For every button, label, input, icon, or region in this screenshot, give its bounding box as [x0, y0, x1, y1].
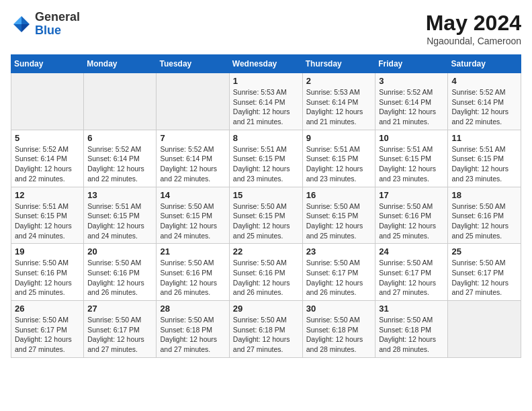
calendar-cell: 11Sunrise: 5:51 AM Sunset: 6:15 PM Dayli…	[448, 130, 521, 187]
calendar-cell: 12Sunrise: 5:51 AM Sunset: 6:15 PM Dayli…	[11, 187, 84, 244]
day-info: Sunrise: 5:50 AM Sunset: 6:15 PM Dayligh…	[233, 201, 299, 241]
logo-text: General Blue	[35, 11, 80, 38]
calendar-cell: 4Sunrise: 5:52 AM Sunset: 6:14 PM Daylig…	[448, 73, 521, 130]
day-number: 11	[451, 133, 517, 143]
calendar-cell: 10Sunrise: 5:51 AM Sunset: 6:15 PM Dayli…	[375, 130, 448, 187]
day-info: Sunrise: 5:51 AM Sunset: 6:15 PM Dayligh…	[233, 144, 299, 184]
calendar-cell: 1Sunrise: 5:53 AM Sunset: 6:14 PM Daylig…	[229, 73, 302, 130]
day-info: Sunrise: 5:52 AM Sunset: 6:14 PM Dayligh…	[451, 87, 517, 127]
svg-marker-2	[13, 24, 21, 32]
month-year-title: May 2024	[426, 11, 521, 36]
day-number: 22	[233, 246, 299, 257]
calendar-cell: 14Sunrise: 5:50 AM Sunset: 6:15 PM Dayli…	[157, 187, 229, 244]
calendar-cell: 18Sunrise: 5:50 AM Sunset: 6:16 PM Dayli…	[448, 187, 521, 244]
calendar-cell: 9Sunrise: 5:51 AM Sunset: 6:15 PM Daylig…	[302, 130, 375, 187]
day-info: Sunrise: 5:50 AM Sunset: 6:18 PM Dayligh…	[160, 315, 225, 355]
day-info: Sunrise: 5:53 AM Sunset: 6:14 PM Dayligh…	[233, 87, 299, 127]
day-info: Sunrise: 5:50 AM Sunset: 6:16 PM Dayligh…	[233, 258, 299, 298]
day-info: Sunrise: 5:51 AM Sunset: 6:15 PM Dayligh…	[306, 144, 372, 184]
day-number: 5	[15, 133, 80, 143]
calendar-cell: 19Sunrise: 5:50 AM Sunset: 6:16 PM Dayli…	[11, 244, 84, 301]
day-number: 24	[379, 246, 444, 257]
day-info: Sunrise: 5:50 AM Sunset: 6:18 PM Dayligh…	[233, 315, 299, 355]
day-number: 13	[87, 190, 152, 200]
day-number: 16	[306, 190, 372, 200]
calendar-cell: 7Sunrise: 5:52 AM Sunset: 6:14 PM Daylig…	[157, 130, 229, 187]
day-info: Sunrise: 5:50 AM Sunset: 6:18 PM Dayligh…	[379, 315, 444, 355]
weekday-friday: Friday	[375, 55, 448, 73]
calendar-cell: 20Sunrise: 5:50 AM Sunset: 6:16 PM Dayli…	[84, 244, 157, 301]
day-number: 7	[160, 133, 225, 143]
day-info: Sunrise: 5:50 AM Sunset: 6:17 PM Dayligh…	[379, 258, 444, 298]
page-header: General Blue May 2024 Ngaoundal, Cameroo…	[11, 11, 521, 46]
calendar-cell: 31Sunrise: 5:50 AM Sunset: 6:18 PM Dayli…	[375, 301, 448, 358]
calendar-cell: 25Sunrise: 5:50 AM Sunset: 6:17 PM Dayli…	[448, 244, 521, 301]
day-info: Sunrise: 5:51 AM Sunset: 6:15 PM Dayligh…	[451, 144, 517, 184]
svg-marker-0	[21, 16, 30, 24]
day-info: Sunrise: 5:50 AM Sunset: 6:17 PM Dayligh…	[306, 258, 372, 298]
day-info: Sunrise: 5:50 AM Sunset: 6:17 PM Dayligh…	[15, 315, 80, 355]
day-info: Sunrise: 5:53 AM Sunset: 6:14 PM Dayligh…	[306, 87, 372, 127]
day-info: Sunrise: 5:50 AM Sunset: 6:16 PM Dayligh…	[15, 258, 80, 298]
day-number: 6	[87, 133, 152, 143]
weekday-thursday: Thursday	[302, 55, 375, 73]
day-number: 28	[160, 304, 225, 314]
day-info: Sunrise: 5:50 AM Sunset: 6:15 PM Dayligh…	[160, 201, 225, 241]
day-info: Sunrise: 5:50 AM Sunset: 6:15 PM Dayligh…	[306, 201, 372, 241]
day-info: Sunrise: 5:52 AM Sunset: 6:14 PM Dayligh…	[379, 87, 444, 127]
svg-marker-3	[21, 24, 30, 32]
day-number: 31	[379, 304, 444, 314]
day-info: Sunrise: 5:52 AM Sunset: 6:14 PM Dayligh…	[160, 144, 225, 184]
calendar-cell: 27Sunrise: 5:50 AM Sunset: 6:17 PM Dayli…	[84, 301, 157, 358]
day-info: Sunrise: 5:50 AM Sunset: 6:16 PM Dayligh…	[379, 201, 444, 241]
calendar-cell: 29Sunrise: 5:50 AM Sunset: 6:18 PM Dayli…	[229, 301, 302, 358]
day-info: Sunrise: 5:52 AM Sunset: 6:14 PM Dayligh…	[15, 144, 80, 184]
location-label: Ngaoundal, Cameroon	[426, 36, 521, 46]
calendar-cell: 30Sunrise: 5:50 AM Sunset: 6:18 PM Dayli…	[302, 301, 375, 358]
calendar-week-4: 19Sunrise: 5:50 AM Sunset: 6:16 PM Dayli…	[11, 244, 521, 301]
day-info: Sunrise: 5:50 AM Sunset: 6:17 PM Dayligh…	[87, 315, 152, 355]
day-number: 3	[379, 76, 444, 86]
day-number: 26	[15, 304, 80, 314]
title-block: May 2024 Ngaoundal, Cameroon	[426, 11, 521, 46]
day-number: 18	[451, 190, 517, 200]
day-number: 23	[306, 246, 372, 257]
calendar-cell	[84, 73, 157, 130]
calendar-cell: 16Sunrise: 5:50 AM Sunset: 6:15 PM Dayli…	[302, 187, 375, 244]
calendar-cell: 28Sunrise: 5:50 AM Sunset: 6:18 PM Dayli…	[157, 301, 229, 358]
day-info: Sunrise: 5:50 AM Sunset: 6:16 PM Dayligh…	[160, 258, 225, 298]
weekday-tuesday: Tuesday	[157, 55, 229, 73]
calendar-cell	[448, 301, 521, 358]
calendar-week-2: 5Sunrise: 5:52 AM Sunset: 6:14 PM Daylig…	[11, 130, 521, 187]
day-info: Sunrise: 5:51 AM Sunset: 6:15 PM Dayligh…	[87, 201, 152, 241]
day-number: 2	[306, 76, 372, 86]
weekday-sunday: Sunday	[11, 55, 84, 73]
calendar-cell: 21Sunrise: 5:50 AM Sunset: 6:16 PM Dayli…	[157, 244, 229, 301]
day-number: 8	[233, 133, 299, 143]
day-info: Sunrise: 5:51 AM Sunset: 6:15 PM Dayligh…	[15, 201, 80, 241]
day-number: 14	[160, 190, 225, 200]
day-info: Sunrise: 5:50 AM Sunset: 6:18 PM Dayligh…	[306, 315, 372, 355]
logo-icon	[11, 13, 32, 35]
day-number: 29	[233, 304, 299, 314]
day-number: 27	[87, 304, 152, 314]
weekday-saturday: Saturday	[448, 55, 521, 73]
day-number: 25	[451, 246, 517, 257]
day-number: 19	[15, 246, 80, 257]
calendar-cell: 22Sunrise: 5:50 AM Sunset: 6:16 PM Dayli…	[229, 244, 302, 301]
day-number: 10	[379, 133, 444, 143]
calendar-cell: 13Sunrise: 5:51 AM Sunset: 6:15 PM Dayli…	[84, 187, 157, 244]
day-number: 17	[379, 190, 444, 200]
weekday-monday: Monday	[84, 55, 157, 73]
calendar-cell	[157, 73, 229, 130]
calendar-cell: 2Sunrise: 5:53 AM Sunset: 6:14 PM Daylig…	[302, 73, 375, 130]
calendar-table: SundayMondayTuesdayWednesdayThursdayFrid…	[11, 54, 521, 358]
day-info: Sunrise: 5:50 AM Sunset: 6:16 PM Dayligh…	[87, 258, 152, 298]
day-info: Sunrise: 5:52 AM Sunset: 6:14 PM Dayligh…	[87, 144, 152, 184]
calendar-week-1: 1Sunrise: 5:53 AM Sunset: 6:14 PM Daylig…	[11, 73, 521, 130]
calendar-cell: 3Sunrise: 5:52 AM Sunset: 6:14 PM Daylig…	[375, 73, 448, 130]
day-number: 9	[306, 133, 372, 143]
day-number: 4	[451, 76, 517, 86]
day-number: 20	[87, 246, 152, 257]
day-info: Sunrise: 5:50 AM Sunset: 6:17 PM Dayligh…	[451, 258, 517, 298]
